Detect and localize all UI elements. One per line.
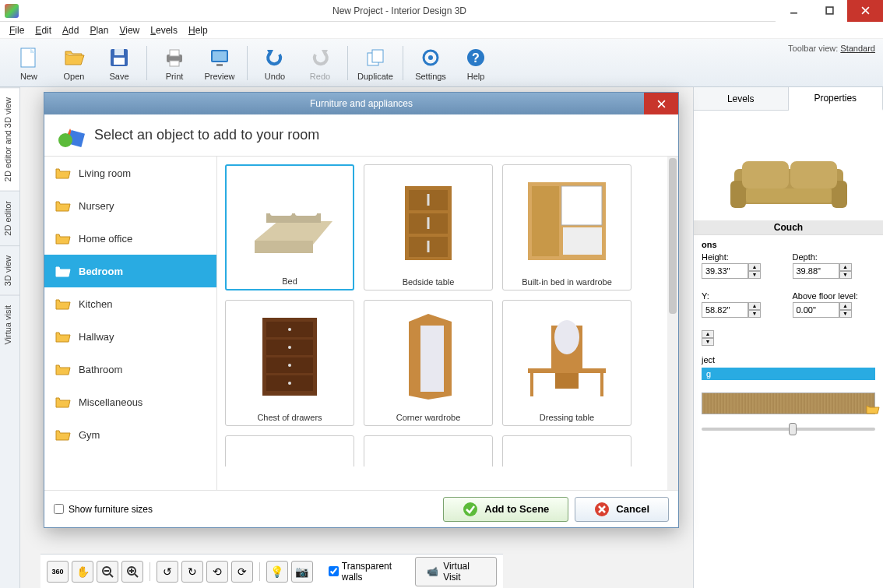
furniture-card-partial[interactable] [225,435,354,467]
menu-levels[interactable]: Levels [146,23,182,37]
dialog-close-button[interactable] [644,93,678,114]
preview-button[interactable]: Preview [197,41,242,85]
tab-2d[interactable]: 2D editor [0,191,19,245]
furniture-card-corner-wardrobe[interactable]: Corner wardrobe [364,300,493,426]
y-input[interactable] [702,302,748,318]
print-button[interactable]: Print [152,41,197,85]
above-spinner[interactable]: ▲▼ [839,302,852,318]
toolbar-view-label: Toolbar view: Standard [788,44,875,53]
lighting-button[interactable]: 💡 [266,561,288,583]
view-360-button[interactable]: 360 [47,561,69,583]
category-living-room[interactable]: Living room [44,157,216,189]
menu-add[interactable]: Add [58,23,83,37]
category-bedroom[interactable]: Bedroom [44,255,216,287]
furniture-card-partial[interactable] [502,435,631,467]
titlebar: New Project - Interior Design 3D [0,0,883,22]
dialog-title-text: Furniture and appliances [310,98,413,109]
svg-point-20 [428,55,433,60]
category-bathroom[interactable]: Bathroom [44,353,216,386]
svg-line-24 [110,574,113,577]
dialog-titlebar[interactable]: Furniture and appliances [44,93,678,114]
svg-rect-72 [600,373,603,396]
svg-rect-7 [114,49,124,55]
tab-levels[interactable]: Levels [694,87,789,110]
furniture-card-bed[interactable]: Bed [225,164,354,290]
pan-button[interactable]: ✋ [72,561,93,583]
duplicate-button[interactable]: Duplicate [353,41,398,85]
maximize-button[interactable] [811,0,847,22]
rotate-cw-button[interactable]: ↻ [181,561,203,583]
tab-2d-3d[interactable]: 2D editor and 3D view [0,87,19,191]
height-input[interactable] [702,263,748,279]
tab-3d[interactable]: 3D view [0,245,19,295]
material-slider[interactable] [702,422,875,436]
furniture-card-partial[interactable] [364,435,493,467]
menubar: File Edit Add Plan View Levels Help [0,22,883,39]
depth-input[interactable] [793,263,839,279]
furniture-card-chest-of-drawers[interactable]: Chest of drawers [225,300,354,426]
toolbar-view-link[interactable]: Standard [840,44,875,53]
height-spinner[interactable]: ▲▼ [748,263,761,279]
furniture-card-bedside-table[interactable]: Bedside table [364,164,493,290]
redo-button[interactable]: Redo [297,41,343,85]
menu-edit[interactable]: Edit [30,23,56,37]
furniture-card-dressing-table[interactable]: Dressing table [502,300,631,426]
material-swatch[interactable] [702,393,875,414]
orbit-right-button[interactable]: ⟳ [231,561,253,583]
category-hallway[interactable]: Hallway [44,320,216,353]
furniture-thumb [364,165,492,277]
zoom-out-button[interactable] [97,561,118,583]
category-gym[interactable]: Gym [44,418,216,451]
zoom-in-button[interactable] [121,561,143,583]
camera-button[interactable]: 📷 [291,561,313,583]
above-floor-label: Above floor level: [793,291,876,301]
window-title: New Project - Interior Design 3D [23,5,776,16]
orbit-left-button[interactable]: ⟲ [206,561,228,583]
category-nursery[interactable]: Nursery [44,189,216,222]
rotate-ccw-button[interactable]: ↺ [157,561,178,583]
folder-icon [55,199,71,212]
category-kitchen[interactable]: Kitchen [44,287,216,320]
minimize-button[interactable] [776,0,811,22]
material-row-selected[interactable]: g [702,368,875,380]
category-list: Living roomNurseryHome officeBedroomKitc… [44,157,217,490]
furniture-label: Chest of drawers [257,413,322,422]
folder-icon [55,167,71,179]
svg-rect-67 [420,326,444,392]
save-button[interactable]: Save [97,41,142,85]
furniture-label: Built-in bed in wardrobe [522,277,612,287]
folder-icon [55,396,71,408]
cancel-button[interactable]: Cancel [575,497,669,522]
browse-material-icon[interactable] [866,403,880,414]
undo-button[interactable]: Undo [252,41,297,85]
dialog-heading: Select an object to add to your room [94,127,319,143]
furniture-card-built-in-bed-in-wardrobe[interactable]: Built-in bed in wardrobe [502,164,631,290]
folder-icon [55,265,71,277]
add-to-scene-button[interactable]: Add to Scene [443,497,568,522]
menu-help[interactable]: Help [184,23,213,37]
extra-spinner[interactable]: ▲▼ [702,330,714,346]
category-miscellaneous[interactable]: Miscellaneous [44,386,216,418]
svg-point-40 [58,133,72,147]
tab-virtual-visit[interactable]: Virtua visit [0,295,19,354]
help-button[interactable]: ?Help [453,41,498,85]
tab-properties[interactable]: Properties [789,87,884,111]
depth-spinner[interactable]: ▲▼ [839,263,852,279]
grid-scrollbar[interactable] [667,157,678,490]
preview-caption: Couch [694,220,883,234]
section-ject: ject [702,355,875,364]
menu-plan[interactable]: Plan [85,23,113,37]
menu-file[interactable]: File [5,23,29,37]
y-spinner[interactable]: ▲▼ [748,302,761,318]
new-button[interactable]: New [6,41,51,85]
close-button[interactable] [847,0,883,22]
transparent-walls-checkbox[interactable] [329,566,339,576]
open-button[interactable]: Open [51,41,97,85]
category-home-office[interactable]: Home office [44,222,216,255]
show-sizes-checkbox[interactable] [54,504,64,514]
settings-button[interactable]: Settings [408,41,453,85]
virtual-visit-button[interactable]: 📹 Virtual Visit [415,557,497,586]
dialog-header: Select an object to add to your room [44,114,678,157]
above-floor-input[interactable] [793,302,839,318]
menu-view[interactable]: View [114,23,144,37]
